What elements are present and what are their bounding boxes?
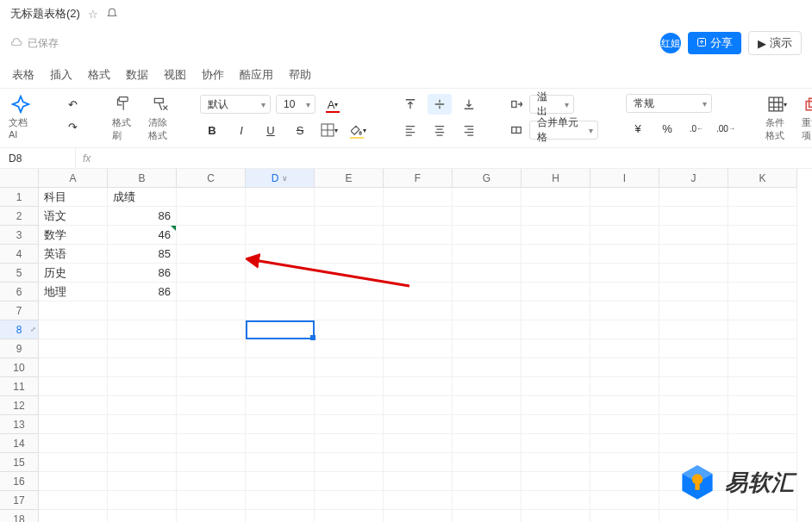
cell-C11[interactable] — [177, 377, 246, 396]
cell-C14[interactable] — [177, 434, 246, 453]
cell-K2[interactable] — [728, 207, 797, 226]
col-header-G[interactable]: G — [453, 169, 522, 188]
cell-D3[interactable] — [246, 226, 315, 245]
cell-F3[interactable] — [384, 226, 453, 245]
cell-C9[interactable] — [177, 339, 246, 358]
cell-B7[interactable] — [108, 301, 177, 320]
col-header-C[interactable]: C — [177, 169, 246, 188]
cell-K16[interactable] — [728, 472, 797, 491]
cell-J4[interactable] — [659, 245, 728, 264]
cell-K9[interactable] — [728, 339, 797, 358]
cell-I2[interactable] — [590, 207, 659, 226]
cell-K1[interactable] — [728, 188, 797, 207]
italic-icon[interactable]: I — [229, 120, 253, 140]
cell-I15[interactable] — [590, 453, 659, 472]
cell-E3[interactable] — [315, 226, 384, 245]
doc-title[interactable]: 无标题表格(2) — [10, 6, 80, 22]
row-header-16[interactable]: 16 — [0, 472, 39, 491]
cell-E14[interactable] — [315, 434, 384, 453]
cell-F2[interactable] — [384, 207, 453, 226]
cell-D2[interactable] — [246, 207, 315, 226]
cell-E8[interactable] — [315, 320, 384, 339]
cell-H7[interactable] — [522, 301, 590, 320]
cell-F5[interactable] — [384, 264, 453, 283]
col-header-H[interactable]: H — [522, 169, 590, 188]
align-right-icon[interactable] — [457, 120, 481, 140]
cell-E17[interactable] — [315, 491, 384, 510]
cell-J10[interactable] — [659, 358, 728, 377]
valign-top-icon[interactable] — [398, 94, 422, 115]
cell-A18[interactable] — [39, 510, 108, 522]
cell-A3[interactable]: 数学 — [39, 226, 108, 245]
cell-F8[interactable] — [384, 320, 453, 339]
cell-G9[interactable] — [453, 339, 522, 358]
strike-icon[interactable]: S — [288, 120, 312, 140]
cell-D8[interactable] — [246, 320, 315, 339]
cell-J6[interactable] — [659, 283, 728, 301]
cell-E7[interactable] — [315, 301, 384, 320]
cell-F13[interactable] — [384, 415, 453, 434]
cell-G12[interactable] — [453, 396, 522, 415]
cell-C18[interactable] — [177, 510, 246, 522]
cell-D4[interactable] — [246, 245, 315, 264]
format-painter-icon[interactable] — [112, 94, 136, 115]
cell-I6[interactable] — [590, 283, 659, 301]
menu-view[interactable]: 视图 — [164, 67, 186, 83]
align-left-icon[interactable] — [398, 120, 422, 140]
row-header-11[interactable]: 11 — [0, 377, 39, 396]
cell-F4[interactable] — [384, 245, 453, 264]
cell-K13[interactable] — [728, 415, 797, 434]
cell-G18[interactable] — [453, 510, 522, 522]
cell-A12[interactable] — [39, 396, 108, 415]
cell-F14[interactable] — [384, 434, 453, 453]
bold-icon[interactable]: B — [200, 120, 224, 140]
row-header-8[interactable]: 8⤢ — [0, 320, 39, 339]
cell-G11[interactable] — [453, 377, 522, 396]
cell-H8[interactable] — [522, 320, 590, 339]
share-button[interactable]: 分享 — [688, 32, 741, 54]
cell-H12[interactable] — [522, 396, 590, 415]
merge-select[interactable]: 合并单元格 — [529, 121, 598, 140]
decimal-inc-icon[interactable]: .0← — [684, 118, 709, 139]
cell-D17[interactable] — [246, 491, 315, 510]
cell-D1[interactable] — [246, 188, 315, 207]
cell-B10[interactable] — [108, 358, 177, 377]
cell-J17[interactable] — [659, 491, 728, 510]
row-header-18[interactable]: 18 — [0, 510, 39, 522]
cell-I3[interactable] — [590, 226, 659, 245]
cell-A5[interactable]: 历史 — [39, 264, 108, 283]
row-header-2[interactable]: 2 — [0, 207, 39, 226]
cell-E5[interactable] — [315, 264, 384, 283]
align-center-icon[interactable] — [428, 120, 452, 140]
col-header-K[interactable]: K — [728, 169, 797, 188]
cell-H15[interactable] — [522, 453, 590, 472]
cell-D12[interactable] — [246, 396, 315, 415]
cell-E13[interactable] — [315, 415, 384, 434]
cell-D5[interactable] — [246, 264, 315, 283]
cell-H10[interactable] — [522, 358, 590, 377]
cell-B11[interactable] — [108, 377, 177, 396]
cell-J1[interactable] — [659, 188, 728, 207]
row-header-13[interactable]: 13 — [0, 415, 39, 434]
cell-C8[interactable] — [177, 320, 246, 339]
cell-C12[interactable] — [177, 396, 246, 415]
cell-B2[interactable]: 86 — [108, 207, 177, 226]
cell-E12[interactable] — [315, 396, 384, 415]
overflow-select[interactable]: 溢出 — [529, 95, 574, 114]
cell-H14[interactable] — [522, 434, 590, 453]
valign-bottom-icon[interactable] — [457, 94, 481, 115]
cell-H2[interactable] — [522, 207, 590, 226]
row-header-14[interactable]: 14 — [0, 434, 39, 453]
cell-A2[interactable]: 语文 — [39, 207, 108, 226]
col-header-E[interactable]: E — [315, 169, 384, 188]
cell-D13[interactable] — [246, 415, 315, 434]
cell-A8[interactable] — [39, 320, 108, 339]
cell-E2[interactable] — [315, 207, 384, 226]
cell-H5[interactable] — [522, 264, 590, 283]
menu-format[interactable]: 格式 — [88, 67, 110, 83]
cell-F16[interactable] — [384, 472, 453, 491]
cell-G10[interactable] — [453, 358, 522, 377]
cell-D6[interactable] — [246, 283, 315, 301]
cell-K3[interactable] — [728, 226, 797, 245]
cell-J13[interactable] — [659, 415, 728, 434]
